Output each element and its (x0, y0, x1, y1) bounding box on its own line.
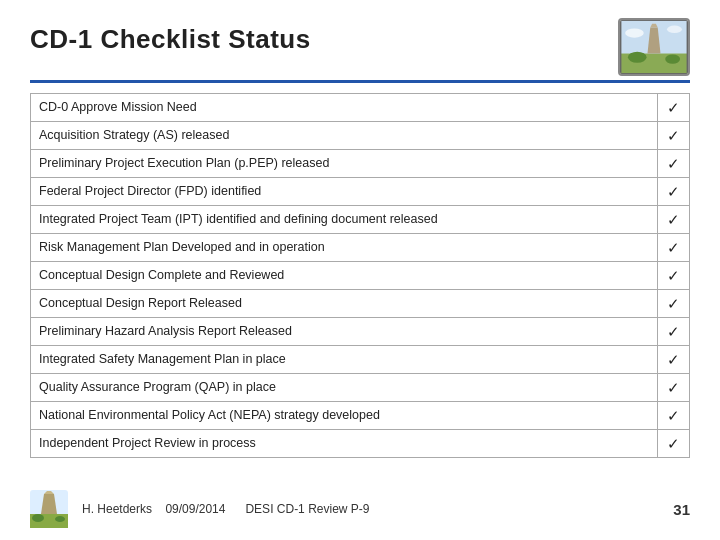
table-row: Risk Management Plan Developed and in op… (31, 234, 690, 262)
table-row: Integrated Project Team (IPT) identified… (31, 206, 690, 234)
svg-point-13 (32, 514, 44, 522)
checklist-item-check: ✓ (658, 262, 690, 290)
checklist-item-label: Risk Management Plan Developed and in op… (31, 234, 658, 262)
footer-presentation: DESI CD-1 Review P-9 (245, 502, 369, 516)
footer-left: H. Heetderks 09/09/2014 DESI CD-1 Review… (30, 490, 369, 528)
table-row: Federal Project Director (FPD) identifie… (31, 178, 690, 206)
table-row: National Environmental Policy Act (NEPA)… (31, 402, 690, 430)
checklist-item-label: Preliminary Project Execution Plan (p.PE… (31, 150, 658, 178)
checklist-item-check: ✓ (658, 94, 690, 122)
table-row: CD-0 Approve Mission Need✓ (31, 94, 690, 122)
checklist-item-check: ✓ (658, 430, 690, 458)
checklist-item-label: Acquisition Strategy (AS) released (31, 122, 658, 150)
header: CD-1 Checklist Status (30, 18, 690, 76)
svg-point-7 (667, 26, 682, 33)
page-number: 31 (673, 501, 690, 518)
checklist-item-label: National Environmental Policy Act (NEPA)… (31, 402, 658, 430)
footer-icon (30, 490, 68, 528)
checklist-item-label: Preliminary Hazard Analysis Report Relea… (31, 318, 658, 346)
svg-point-4 (628, 52, 647, 63)
checklist-item-label: Quality Assurance Program (QAP) in place (31, 374, 658, 402)
svg-point-14 (55, 516, 65, 522)
checklist-item-label: Federal Project Director (FPD) identifie… (31, 178, 658, 206)
checklist-item-check: ✓ (658, 374, 690, 402)
footer-date: 09/09/2014 (165, 502, 225, 516)
svg-point-6 (625, 28, 644, 37)
footer: H. Heetderks 09/09/2014 DESI CD-1 Review… (30, 490, 690, 528)
table-row: Preliminary Project Execution Plan (p.PE… (31, 150, 690, 178)
table-row: Quality Assurance Program (QAP) in place… (31, 374, 690, 402)
header-divider (30, 80, 690, 83)
table-row: Integrated Safety Management Plan in pla… (31, 346, 690, 374)
checklist-item-check: ✓ (658, 318, 690, 346)
svg-point-5 (665, 54, 680, 63)
checklist-item-label: Conceptual Design Complete and Reviewed (31, 262, 658, 290)
table-row: Independent Project Review in process✓ (31, 430, 690, 458)
checklist-item-check: ✓ (658, 402, 690, 430)
logo (618, 18, 690, 76)
checklist-item-label: CD-0 Approve Mission Need (31, 94, 658, 122)
table-row: Acquisition Strategy (AS) released✓ (31, 122, 690, 150)
checklist-item-check: ✓ (658, 122, 690, 150)
checklist-item-check: ✓ (658, 346, 690, 374)
table-row: Preliminary Hazard Analysis Report Relea… (31, 318, 690, 346)
checklist-item-check: ✓ (658, 178, 690, 206)
checklist-table: CD-0 Approve Mission Need✓Acquisition St… (30, 93, 690, 458)
checklist-item-label: Integrated Project Team (IPT) identified… (31, 206, 658, 234)
page-title: CD-1 Checklist Status (30, 18, 311, 55)
checklist-item-check: ✓ (658, 234, 690, 262)
checklist-item-label: Conceptual Design Report Released (31, 290, 658, 318)
checklist-item-label: Integrated Safety Management Plan in pla… (31, 346, 658, 374)
table-row: Conceptual Design Complete and Reviewed✓ (31, 262, 690, 290)
table-row: Conceptual Design Report Released✓ (31, 290, 690, 318)
checklist-item-check: ✓ (658, 290, 690, 318)
checklist-item-label: Independent Project Review in process (31, 430, 658, 458)
footer-info: H. Heetderks 09/09/2014 DESI CD-1 Review… (82, 502, 369, 516)
footer-presenter: H. Heetderks (82, 502, 152, 516)
checklist-item-check: ✓ (658, 206, 690, 234)
page: CD-1 Checklist Status (0, 0, 720, 540)
checklist-item-check: ✓ (658, 150, 690, 178)
